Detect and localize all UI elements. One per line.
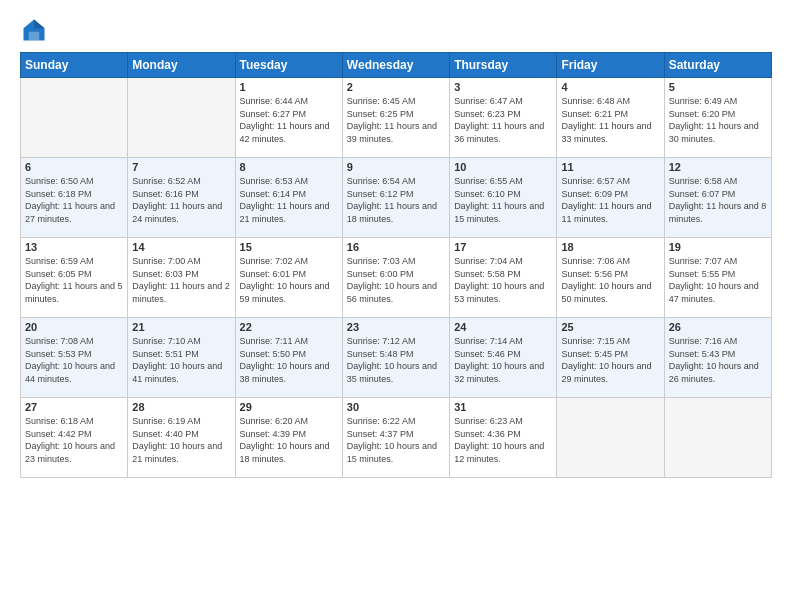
day-number: 22: [240, 321, 338, 333]
day-cell: 7Sunrise: 6:52 AMSunset: 6:16 PMDaylight…: [128, 158, 235, 238]
day-cell: 8Sunrise: 6:53 AMSunset: 6:14 PMDaylight…: [235, 158, 342, 238]
day-cell: 29Sunrise: 6:20 AMSunset: 4:39 PMDayligh…: [235, 398, 342, 478]
day-cell: 1Sunrise: 6:44 AMSunset: 6:27 PMDaylight…: [235, 78, 342, 158]
day-cell: 27Sunrise: 6:18 AMSunset: 4:42 PMDayligh…: [21, 398, 128, 478]
day-info: Sunrise: 6:18 AMSunset: 4:42 PMDaylight:…: [25, 415, 123, 465]
day-info: Sunrise: 7:02 AMSunset: 6:01 PMDaylight:…: [240, 255, 338, 305]
day-info: Sunrise: 7:14 AMSunset: 5:46 PMDaylight:…: [454, 335, 552, 385]
day-info: Sunrise: 6:22 AMSunset: 4:37 PMDaylight:…: [347, 415, 445, 465]
header: [20, 16, 772, 44]
day-number: 30: [347, 401, 445, 413]
day-number: 26: [669, 321, 767, 333]
day-number: 23: [347, 321, 445, 333]
day-cell: [664, 398, 771, 478]
page: SundayMondayTuesdayWednesdayThursdayFrid…: [0, 0, 792, 612]
day-number: 7: [132, 161, 230, 173]
day-info: Sunrise: 7:07 AMSunset: 5:55 PMDaylight:…: [669, 255, 767, 305]
day-number: 20: [25, 321, 123, 333]
day-number: 28: [132, 401, 230, 413]
weekday-header-row: SundayMondayTuesdayWednesdayThursdayFrid…: [21, 53, 772, 78]
day-info: Sunrise: 7:16 AMSunset: 5:43 PMDaylight:…: [669, 335, 767, 385]
day-info: Sunrise: 6:50 AMSunset: 6:18 PMDaylight:…: [25, 175, 123, 225]
weekday-header-friday: Friday: [557, 53, 664, 78]
week-row-3: 13Sunrise: 6:59 AMSunset: 6:05 PMDayligh…: [21, 238, 772, 318]
day-cell: 12Sunrise: 6:58 AMSunset: 6:07 PMDayligh…: [664, 158, 771, 238]
logo: [20, 16, 50, 44]
week-row-1: 1Sunrise: 6:44 AMSunset: 6:27 PMDaylight…: [21, 78, 772, 158]
day-cell: 14Sunrise: 7:00 AMSunset: 6:03 PMDayligh…: [128, 238, 235, 318]
day-cell: 2Sunrise: 6:45 AMSunset: 6:25 PMDaylight…: [342, 78, 449, 158]
day-number: 1: [240, 81, 338, 93]
day-cell: 31Sunrise: 6:23 AMSunset: 4:36 PMDayligh…: [450, 398, 557, 478]
week-row-5: 27Sunrise: 6:18 AMSunset: 4:42 PMDayligh…: [21, 398, 772, 478]
day-cell: 15Sunrise: 7:02 AMSunset: 6:01 PMDayligh…: [235, 238, 342, 318]
day-info: Sunrise: 6:23 AMSunset: 4:36 PMDaylight:…: [454, 415, 552, 465]
day-info: Sunrise: 6:55 AMSunset: 6:10 PMDaylight:…: [454, 175, 552, 225]
day-number: 9: [347, 161, 445, 173]
day-cell: 19Sunrise: 7:07 AMSunset: 5:55 PMDayligh…: [664, 238, 771, 318]
week-row-4: 20Sunrise: 7:08 AMSunset: 5:53 PMDayligh…: [21, 318, 772, 398]
weekday-header-tuesday: Tuesday: [235, 53, 342, 78]
day-cell: 18Sunrise: 7:06 AMSunset: 5:56 PMDayligh…: [557, 238, 664, 318]
day-info: Sunrise: 6:47 AMSunset: 6:23 PMDaylight:…: [454, 95, 552, 145]
day-number: 18: [561, 241, 659, 253]
svg-marker-1: [34, 20, 45, 29]
day-cell: [128, 78, 235, 158]
day-cell: 22Sunrise: 7:11 AMSunset: 5:50 PMDayligh…: [235, 318, 342, 398]
day-number: 31: [454, 401, 552, 413]
day-number: 17: [454, 241, 552, 253]
day-number: 24: [454, 321, 552, 333]
day-number: 12: [669, 161, 767, 173]
day-cell: 6Sunrise: 6:50 AMSunset: 6:18 PMDaylight…: [21, 158, 128, 238]
day-cell: 5Sunrise: 6:49 AMSunset: 6:20 PMDaylight…: [664, 78, 771, 158]
day-cell: 25Sunrise: 7:15 AMSunset: 5:45 PMDayligh…: [557, 318, 664, 398]
day-cell: [21, 78, 128, 158]
day-info: Sunrise: 6:53 AMSunset: 6:14 PMDaylight:…: [240, 175, 338, 225]
day-info: Sunrise: 6:57 AMSunset: 6:09 PMDaylight:…: [561, 175, 659, 225]
day-number: 14: [132, 241, 230, 253]
calendar: SundayMondayTuesdayWednesdayThursdayFrid…: [20, 52, 772, 478]
day-number: 2: [347, 81, 445, 93]
weekday-header-sunday: Sunday: [21, 53, 128, 78]
day-info: Sunrise: 7:15 AMSunset: 5:45 PMDaylight:…: [561, 335, 659, 385]
day-number: 13: [25, 241, 123, 253]
day-info: Sunrise: 7:10 AMSunset: 5:51 PMDaylight:…: [132, 335, 230, 385]
svg-rect-2: [29, 32, 40, 41]
day-info: Sunrise: 7:11 AMSunset: 5:50 PMDaylight:…: [240, 335, 338, 385]
day-info: Sunrise: 6:59 AMSunset: 6:05 PMDaylight:…: [25, 255, 123, 305]
day-number: 21: [132, 321, 230, 333]
day-cell: 13Sunrise: 6:59 AMSunset: 6:05 PMDayligh…: [21, 238, 128, 318]
day-info: Sunrise: 7:08 AMSunset: 5:53 PMDaylight:…: [25, 335, 123, 385]
day-cell: 9Sunrise: 6:54 AMSunset: 6:12 PMDaylight…: [342, 158, 449, 238]
day-number: 8: [240, 161, 338, 173]
day-cell: 28Sunrise: 6:19 AMSunset: 4:40 PMDayligh…: [128, 398, 235, 478]
day-cell: 30Sunrise: 6:22 AMSunset: 4:37 PMDayligh…: [342, 398, 449, 478]
day-number: 29: [240, 401, 338, 413]
day-info: Sunrise: 6:19 AMSunset: 4:40 PMDaylight:…: [132, 415, 230, 465]
day-info: Sunrise: 7:03 AMSunset: 6:00 PMDaylight:…: [347, 255, 445, 305]
weekday-header-thursday: Thursday: [450, 53, 557, 78]
day-info: Sunrise: 6:54 AMSunset: 6:12 PMDaylight:…: [347, 175, 445, 225]
day-info: Sunrise: 6:58 AMSunset: 6:07 PMDaylight:…: [669, 175, 767, 225]
day-cell: 20Sunrise: 7:08 AMSunset: 5:53 PMDayligh…: [21, 318, 128, 398]
day-info: Sunrise: 6:45 AMSunset: 6:25 PMDaylight:…: [347, 95, 445, 145]
day-cell: 26Sunrise: 7:16 AMSunset: 5:43 PMDayligh…: [664, 318, 771, 398]
day-cell: 17Sunrise: 7:04 AMSunset: 5:58 PMDayligh…: [450, 238, 557, 318]
day-info: Sunrise: 7:04 AMSunset: 5:58 PMDaylight:…: [454, 255, 552, 305]
day-cell: 23Sunrise: 7:12 AMSunset: 5:48 PMDayligh…: [342, 318, 449, 398]
day-number: 16: [347, 241, 445, 253]
weekday-header-saturday: Saturday: [664, 53, 771, 78]
day-number: 15: [240, 241, 338, 253]
day-number: 4: [561, 81, 659, 93]
day-number: 11: [561, 161, 659, 173]
day-cell: 21Sunrise: 7:10 AMSunset: 5:51 PMDayligh…: [128, 318, 235, 398]
day-info: Sunrise: 6:20 AMSunset: 4:39 PMDaylight:…: [240, 415, 338, 465]
day-info: Sunrise: 6:44 AMSunset: 6:27 PMDaylight:…: [240, 95, 338, 145]
day-info: Sunrise: 7:06 AMSunset: 5:56 PMDaylight:…: [561, 255, 659, 305]
day-info: Sunrise: 7:12 AMSunset: 5:48 PMDaylight:…: [347, 335, 445, 385]
day-cell: 24Sunrise: 7:14 AMSunset: 5:46 PMDayligh…: [450, 318, 557, 398]
weekday-header-wednesday: Wednesday: [342, 53, 449, 78]
day-info: Sunrise: 7:00 AMSunset: 6:03 PMDaylight:…: [132, 255, 230, 305]
day-number: 27: [25, 401, 123, 413]
day-number: 10: [454, 161, 552, 173]
